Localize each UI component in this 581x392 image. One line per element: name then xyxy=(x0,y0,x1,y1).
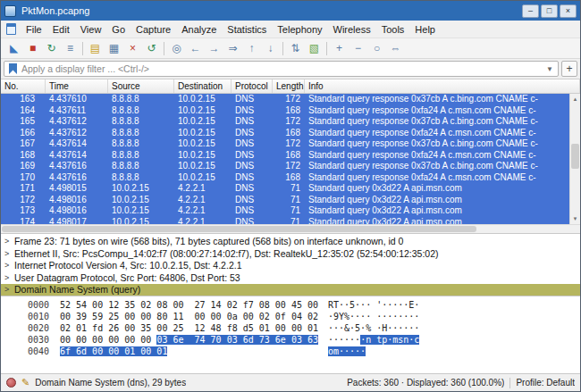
expander-icon[interactable]: > xyxy=(4,284,14,296)
column-header-source[interactable]: Source xyxy=(108,79,174,93)
capture-comment-icon[interactable]: ✎ xyxy=(21,378,29,388)
hex-row[interactable]: 002002 01 fd 26 00 35 00 25 12 48 f8 d5 … xyxy=(28,322,580,334)
colorize-button[interactable]: ▧ xyxy=(305,40,324,57)
expert-info-icon[interactable] xyxy=(6,378,16,388)
cell-source: 8.8.8.8 xyxy=(108,150,174,162)
packet-row[interactable]: 1644.4376118.8.8.810.0.2.15DNS168Standar… xyxy=(1,105,569,117)
go-last-button[interactable]: ↓ xyxy=(261,40,280,57)
scroll-down-icon[interactable]: ▼ xyxy=(570,213,580,224)
scroll-thumb[interactable] xyxy=(571,144,579,169)
go-back-button[interactable]: ← xyxy=(186,40,205,57)
scroll-up-icon[interactable]: ▲ xyxy=(570,94,580,104)
packet-row[interactable]: 1694.4376168.8.8.810.0.2.15DNS172Standar… xyxy=(1,161,569,172)
filter-add-button[interactable]: + xyxy=(561,61,577,77)
cell-protocol: DNS xyxy=(232,217,273,225)
vertical-scrollbar[interactable]: ▲ ▼ xyxy=(569,94,580,224)
detail-line[interactable]: >Domain Name System (query) xyxy=(1,284,580,296)
wireshark-app-icon xyxy=(4,5,16,17)
menu-item-go[interactable]: Go xyxy=(106,22,131,37)
cell-destination: 4.2.2.1 xyxy=(174,205,232,217)
menu-item-statistics[interactable]: Statistics xyxy=(222,22,272,37)
zoom-reset-button[interactable]: ○ xyxy=(367,40,386,57)
stop-capture-button[interactable]: ■ xyxy=(23,40,42,57)
go-first-button[interactable]: ↑ xyxy=(242,40,261,57)
horizontal-scrollbar[interactable] xyxy=(1,224,580,233)
packet-row[interactable]: 1684.4376148.8.8.810.0.2.15DNS168Standar… xyxy=(1,150,569,162)
close-button[interactable]: × xyxy=(560,4,577,18)
column-header-destination[interactable]: Destination xyxy=(174,79,232,93)
go-forward-button[interactable]: → xyxy=(205,40,223,57)
zoom-in-button[interactable]: + xyxy=(330,40,349,57)
restart-capture-button[interactable]: ↻ xyxy=(42,40,61,57)
packet-row[interactable]: 1744.49801710.0.2.154.2.2.1DNS71Standard… xyxy=(1,217,569,225)
detail-text: Frame 23: 71 bytes on wire (568 bits), 7… xyxy=(14,236,403,248)
cell-protocol: DNS xyxy=(232,183,273,195)
save-file-button[interactable]: ▦ xyxy=(105,40,123,57)
column-header-length[interactable]: Length xyxy=(273,79,305,93)
cell-time: 4.437616 xyxy=(46,161,108,172)
expander-icon[interactable]: > xyxy=(4,260,14,272)
cell-destination: 10.0.2.15 xyxy=(174,94,232,105)
close-file-button[interactable]: × xyxy=(123,40,142,57)
hex-row[interactable]: 00406f 6d 00 00 01 00 01om····· xyxy=(28,346,580,357)
resize-columns-button[interactable]: ⇔ xyxy=(386,40,405,57)
packet-row[interactable]: 1724.49801610.0.2.154.2.2.1DNS71Standard… xyxy=(1,195,569,206)
hex-row[interactable]: 000052 54 00 12 35 02 08 00 27 14 02 f7 … xyxy=(28,299,580,311)
menu-item-wireless[interactable]: Wireless xyxy=(328,22,376,37)
packet-row[interactable]: 1654.4376128.8.8.810.0.2.15DNS172Standar… xyxy=(1,116,569,128)
horizontal-scroll-thumb[interactable] xyxy=(2,226,476,232)
reload-file-button[interactable]: ↺ xyxy=(142,40,161,57)
status-field-info: Domain Name System (dns), 29 bytes xyxy=(35,378,186,388)
cell-protocol: DNS xyxy=(232,205,273,217)
detail-line[interactable]: >Frame 23: 71 bytes on wire (568 bits), … xyxy=(1,236,580,248)
detail-line[interactable]: >Internet Protocol Version 4, Src: 10.0.… xyxy=(1,260,580,272)
menu-item-help[interactable]: Help xyxy=(409,22,441,37)
menu-item-analyze[interactable]: Analyze xyxy=(176,22,222,37)
packet-row[interactable]: 1674.4376148.8.8.810.0.2.15DNS172Standar… xyxy=(1,138,569,150)
menu-item-telephony[interactable]: Telephony xyxy=(272,22,327,37)
packet-row[interactable]: 1734.49801610.0.2.154.2.2.1DNS71Standard… xyxy=(1,205,569,217)
expander-icon[interactable]: > xyxy=(4,248,14,261)
start-capture-button[interactable]: ◣ xyxy=(4,40,23,57)
go-to-packet-button[interactable]: ⇒ xyxy=(223,40,242,57)
bookmark-icon[interactable] xyxy=(9,63,17,74)
capture-options-button[interactable]: ≡ xyxy=(61,40,80,57)
cell-source: 8.8.8.8 xyxy=(108,161,174,172)
column-header-info[interactable]: Info xyxy=(305,79,580,93)
cell-destination: 10.0.2.15 xyxy=(174,105,232,117)
menu-item-file[interactable]: File xyxy=(21,22,47,37)
menu-item-view[interactable]: View xyxy=(75,22,107,37)
maximize-button[interactable]: □ xyxy=(541,4,558,18)
cell-info: Standard query 0x3d22 A api.msn.com xyxy=(305,205,466,217)
packet-row[interactable]: 1714.49801510.0.2.154.2.2.1DNS71Standard… xyxy=(1,183,569,195)
ascii-plain: RT··5··· '·····E· xyxy=(328,300,419,310)
find-packet-button[interactable]: ◎ xyxy=(167,40,186,57)
zoom-out-button[interactable]: − xyxy=(349,40,367,57)
minimize-button[interactable]: – xyxy=(522,4,539,18)
open-file-button[interactable]: ▤ xyxy=(86,40,105,57)
cell-protocol: DNS xyxy=(232,172,273,184)
menu-item-edit[interactable]: Edit xyxy=(47,22,75,37)
column-header-time[interactable]: Time xyxy=(46,79,108,93)
detail-line[interactable]: >Ethernet II, Src: PcsCompu_14:02:f7 (08… xyxy=(1,248,580,261)
expander-icon[interactable]: > xyxy=(4,272,14,285)
expander-icon[interactable]: > xyxy=(4,236,14,248)
display-filter-input[interactable] xyxy=(21,63,542,74)
title-bar[interactable]: PktMon.pcapng –□× xyxy=(1,1,580,21)
column-header-no[interactable]: No. xyxy=(1,79,46,93)
hex-row[interactable]: 001000 39 59 25 00 00 80 11 00 00 0a 00 … xyxy=(28,311,580,322)
hex-row[interactable]: 003000 00 00 00 00 00 03 6e 74 70 03 6d … xyxy=(28,334,580,346)
menu-item-tools[interactable]: Tools xyxy=(376,22,410,37)
filter-dropdown-icon[interactable]: ▼ xyxy=(546,65,553,73)
status-profile[interactable]: Profile: Default xyxy=(516,378,575,388)
scroll-track[interactable] xyxy=(570,104,580,213)
packet-row[interactable]: 1704.4376168.8.8.810.0.2.15DNS168Standar… xyxy=(1,172,569,184)
packet-row[interactable]: 1664.4376128.8.8.810.0.2.15DNS168Standar… xyxy=(1,128,569,139)
packet-row[interactable]: 1634.4376108.8.8.810.0.2.15DNS172Standar… xyxy=(1,94,569,105)
column-header-protocol[interactable]: Protocol xyxy=(232,79,273,93)
auto-scroll-button[interactable]: ⇅ xyxy=(286,40,305,57)
cell-time: 4.437614 xyxy=(46,138,108,150)
cell-destination: 4.2.2.1 xyxy=(174,217,232,225)
detail-line[interactable]: >User Datagram Protocol, Src Port: 64806… xyxy=(1,272,580,285)
menu-item-capture[interactable]: Capture xyxy=(131,22,176,37)
